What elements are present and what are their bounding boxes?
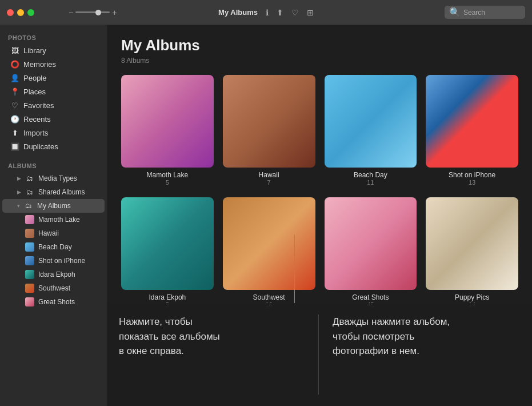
sidebar-item-imports[interactable]: ⬆ Imports [2,126,105,140]
sidebar-item-great-shots[interactable]: Great Shots [2,295,105,309]
sidebar-item-media-types[interactable]: ▶ 🗂 Media Types [2,172,105,185]
album-name: Hawaii [259,171,279,179]
sidebar-item-hawaii[interactable]: Hawaii [2,226,105,240]
sidebar-item-shared-albums[interactable]: ▶ 🗂 Shared Albums [2,185,105,199]
album-count: 5 [166,179,169,186]
media-types-icon: 🗂 [25,174,34,183]
minimize-button[interactable] [17,9,24,16]
disclosure-icon: ▾ [17,203,20,209]
traffic-lights [7,9,34,16]
sidebar-item-my-albums[interactable]: ▾ 🗂 My Albums [2,199,105,213]
sidebar-item-label: Places [23,87,46,96]
sidebar-item-label: My Albums [37,202,71,210]
album-item-great-shots[interactable]: Great Shots45 [325,197,417,308]
sidebar-item-label: Great Shots [38,298,75,306]
sidebar-item-places[interactable]: 📍 Places [2,85,105,98]
slider-thumb[interactable] [95,10,101,15]
annotation-overlay: Нажмите, чтобыпоказать все альбомыв окне… [107,303,532,406]
sidebar-item-label: Media Types [38,174,77,182]
sidebar-item-label: Shot on iPhone [38,257,85,265]
page-title: My Albums [121,37,518,54]
album-count: 7 [267,179,271,186]
title-bar-center: My Albums ℹ ⬆ ♡ ⊞ [218,8,314,17]
sidebar-item-southwest[interactable]: Southwest [2,281,105,295]
heart-icon[interactable]: ♡ [291,8,299,17]
album-thumb-southwest [25,284,34,293]
sidebar-item-label: Southwest [38,284,70,292]
title-bar: − + My Albums ℹ ⬆ ♡ ⊞ 🔍 [0,0,532,25]
shared-albums-icon: 🗂 [25,188,34,197]
share-icon[interactable]: ⬆ [277,8,283,17]
people-icon: 👤 [10,73,19,82]
album-thumb-great [25,297,34,307]
library-icon: 🖼 [10,46,19,55]
album-count: 13 [469,179,475,186]
sidebar-item-library[interactable]: 🖼 Library [2,43,105,57]
sidebar-item-label: Beach Day [38,243,72,251]
annotation-right: Дважды нажмите альбом,чтобы посмотретьфо… [319,315,521,395]
sidebar-item-label: People [23,74,46,82]
album-item-shot-on-iphone[interactable]: Shot on iPhone13 [426,75,518,186]
album-count: 8 Albums [121,57,518,65]
album-name: Idara Ekpoh [149,293,186,301]
grid-icon[interactable]: ⊞ [307,8,314,17]
imports-icon: ⬆ [10,128,19,137]
album-name: Beach Day [354,171,387,179]
maximize-button[interactable] [27,9,34,16]
album-thumb-mamoth [25,215,34,224]
album-name: Southwest [253,293,285,301]
album-item-mamoth-lake[interactable]: Mamoth Lake5 [121,75,214,186]
album-item-southwest[interactable]: Southwest16 [223,197,315,308]
sidebar-item-label: Duplicates [23,142,58,151]
albums-grid: Mamoth Lake5Hawaii7Beach Day11Shot on iP… [121,75,518,308]
zoom-in-button[interactable]: + [112,8,117,17]
places-icon: 📍 [10,87,19,96]
sidebar-item-idara-ekpoh[interactable]: Idara Ekpoh [2,268,105,281]
duplicates-icon: 🔲 [10,142,19,151]
sidebar-item-favorites[interactable]: ♡ Favorites [2,98,105,112]
sidebar-item-mamoth-lake[interactable]: Mamoth Lake [2,213,105,226]
sidebar-item-recents[interactable]: 🕐 Recents [2,112,105,126]
annotation-left: Нажмите, чтобыпоказать все альбомыв окне… [119,315,319,395]
sidebar-item-people[interactable]: 👤 People [2,71,105,85]
sidebar-item-memories[interactable]: ⭕ Memories [2,57,105,71]
annotation-line-1 [294,234,295,303]
sidebar-item-label: Idara Ekpoh [38,270,75,278]
annotation-left-text: Нажмите, чтобыпоказать все альбомыв окне… [119,315,307,359]
recents-icon: 🕐 [10,114,19,124]
albums-section-label: Albums [0,159,107,172]
sidebar-item-beach-day[interactable]: Beach Day [2,240,105,254]
sidebar: Photos 🖼 Library ⭕ Memories 👤 People 📍 P… [0,25,107,406]
info-icon[interactable]: ℹ [266,8,269,17]
search-box[interactable]: 🔍 [445,6,525,19]
app-body: Photos 🖼 Library ⭕ Memories 👤 People 📍 P… [0,25,532,406]
disclosure-icon: ▶ [17,176,21,181]
photos-section-label: Photos [0,31,107,43]
album-item-beach-day[interactable]: Beach Day11 [325,75,417,186]
album-thumb-hawaii [25,229,34,238]
search-icon: 🔍 [449,7,461,18]
zoom-out-button[interactable]: − [69,8,73,17]
sidebar-item-duplicates[interactable]: 🔲 Duplicates [2,140,105,153]
my-albums-icon: 🗂 [24,201,33,210]
search-input[interactable] [463,9,521,17]
album-count: 11 [367,179,374,186]
disclosure-icon: ▶ [17,189,21,195]
zoom-slider[interactable]: − + [69,8,117,17]
sidebar-item-label: Imports [23,129,48,137]
album-thumb-beach [25,242,34,252]
title-bar-actions: ℹ ⬆ ♡ ⊞ [266,8,314,17]
album-name: Great Shots [352,293,389,301]
sidebar-item-label: Favorites [23,101,54,110]
slider-track[interactable] [75,11,110,13]
content-area: My Albums 8 Albums Mamoth Lake5Hawaii7Be… [107,25,532,406]
close-button[interactable] [7,9,14,16]
sidebar-item-shot-on-iphone[interactable]: Shot on iPhone [2,254,105,268]
sidebar-item-label: Library [23,46,46,55]
album-item-idara-ekpoh[interactable]: Idara Ekpoh5 [121,197,214,308]
sidebar-item-label: Shared Albums [38,188,85,196]
album-item-puppy-pics[interactable]: Puppy Pics14 [426,197,518,308]
sidebar-item-label: Hawaii [38,229,59,237]
album-item-hawaii[interactable]: Hawaii7 [223,75,315,186]
sidebar-item-label: Recents [23,115,51,124]
